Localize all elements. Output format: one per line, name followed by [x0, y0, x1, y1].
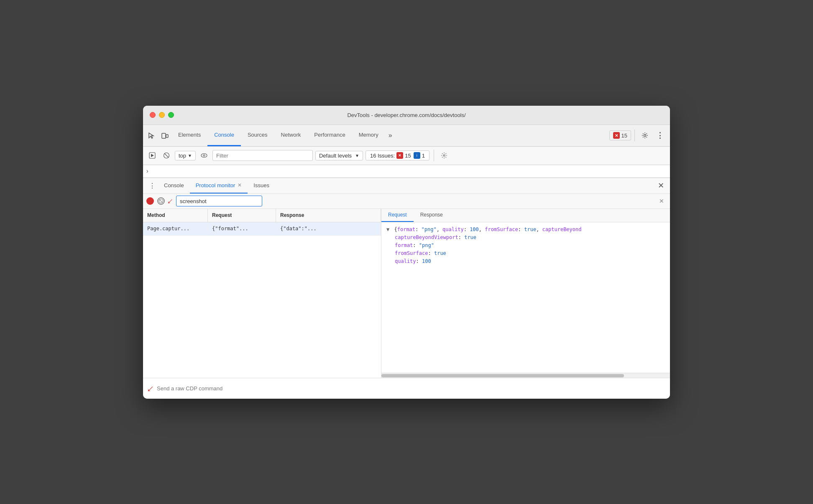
table-row[interactable]: Page.captur... {"format"... {"data":"...: [143, 222, 381, 236]
console-toolbar: top ▼ Default levels ▼ 16 Issues: ✕ 15 i…: [143, 147, 670, 165]
console-input-area[interactable]: ›: [143, 165, 670, 178]
drawer-tab-protocol-monitor[interactable]: Protocol monitor ✕: [190, 178, 248, 193]
settings-icon: [641, 132, 649, 139]
more-options-icon: ⋮: [656, 131, 664, 140]
settings-button[interactable]: [638, 129, 652, 142]
method-col-header: Method: [143, 209, 208, 222]
protocol-monitor-toolbar: ↓ ✕: [143, 194, 670, 209]
protocol-clear-button[interactable]: [157, 197, 165, 205]
context-value: top: [179, 153, 186, 159]
minimize-button[interactable]: [159, 112, 165, 118]
main-tab-bar: Elements Console Sources Network Perform…: [171, 125, 609, 146]
detail-tab-response[interactable]: Response: [414, 209, 450, 222]
drawer-close-icon: ✕: [658, 181, 664, 190]
device-icon: [161, 132, 169, 139]
default-levels-label: Default levels: [319, 153, 352, 159]
bottom-arrow-indicator: ↓: [144, 382, 157, 395]
method-list: Method Request Response Page.captur...: [143, 209, 381, 378]
json-field-format: format: "png": [386, 242, 665, 249]
console-settings-button[interactable]: [438, 150, 450, 161]
cdp-command-input[interactable]: [157, 385, 665, 392]
svg-rect-1: [166, 135, 168, 137]
device-toggle-button[interactable]: [158, 129, 171, 142]
method-table-header: Method Request Response: [143, 209, 381, 222]
devtools-window: DevTools - developer.chrome.com/docs/dev…: [143, 106, 670, 399]
svg-line-11: [159, 199, 163, 203]
close-button[interactable]: [150, 112, 156, 118]
drawer-menu-button[interactable]: ⋮: [146, 180, 158, 191]
search-clear-button[interactable]: ✕: [659, 198, 664, 204]
error-icon: ✕: [613, 132, 620, 139]
detail-tab-bar: Request Response: [381, 209, 670, 222]
filter-input[interactable]: [212, 150, 313, 161]
json-top-line: ▼ {format: "png", quality: 100, fromSurf…: [386, 226, 665, 234]
json-field-captureBeyondViewport: captureBeyondViewport: true: [386, 234, 665, 242]
arrow-indicator: ↓: [166, 196, 175, 206]
detail-panel: Request Response ▼ {format: "png", quali…: [381, 209, 670, 378]
tab-memory[interactable]: Memory: [352, 125, 385, 146]
drawer-close-button[interactable]: ✕: [655, 180, 667, 191]
expand-arrow-icon[interactable]: ▼: [386, 227, 389, 232]
tab-network[interactable]: Network: [274, 125, 308, 146]
error-count-badge[interactable]: ✕ 15: [609, 130, 631, 140]
protocol-monitor-panel: ↓ ✕ Method Request: [143, 194, 670, 399]
cdp-input-area: ↓: [143, 378, 670, 399]
detail-content: ▼ {format: "png", quality: 100, fromSurf…: [381, 222, 670, 373]
issues-error-icon: ✕: [396, 152, 403, 159]
title-bar: DevTools - developer.chrome.com/docs/dev…: [143, 106, 670, 125]
error-count: 15: [621, 132, 627, 139]
response-col-header: Response: [276, 209, 381, 222]
svg-line-6: [164, 153, 169, 158]
tab-elements[interactable]: Elements: [171, 125, 207, 146]
toolbar-right: ✕ 15 ⋮: [609, 129, 668, 142]
issues-error-count: 15: [405, 153, 411, 159]
tab-sources[interactable]: Sources: [241, 125, 274, 146]
inspect-element-button[interactable]: [145, 129, 158, 142]
clear-console-button[interactable]: [161, 150, 172, 161]
more-tabs-button[interactable]: »: [385, 125, 396, 146]
maximize-button[interactable]: [168, 112, 174, 118]
console-settings-icon: [441, 152, 447, 159]
svg-point-7: [201, 154, 207, 158]
run-icon: [149, 152, 156, 159]
horizontal-scrollbar[interactable]: [381, 373, 670, 378]
close-protocol-monitor-tab[interactable]: ✕: [238, 182, 242, 188]
request-col-header: Request: [208, 209, 276, 222]
default-levels-selector[interactable]: Default levels ▼: [315, 151, 363, 160]
search-wrapper: ✕: [176, 196, 667, 206]
issues-info-icon: i: [414, 152, 420, 159]
record-button[interactable]: [146, 197, 154, 205]
run-script-button[interactable]: [146, 150, 158, 161]
devtools-toolbar: Elements Console Sources Network Perform…: [143, 125, 670, 147]
drawer-panel: ⋮ Console Protocol monitor ✕ Issues ✕: [143, 178, 670, 399]
detail-tab-request[interactable]: Request: [381, 209, 414, 222]
eye-icon-button[interactable]: [198, 150, 210, 161]
protocol-search-input[interactable]: [176, 196, 262, 206]
eye-icon: [201, 152, 207, 159]
svg-point-8: [203, 155, 205, 156]
toolbar-divider: [634, 130, 635, 141]
issues-info-count: 1: [422, 153, 425, 159]
svg-point-2: [644, 135, 646, 137]
svg-point-9: [443, 155, 445, 156]
traffic-lights: [150, 112, 174, 118]
svg-marker-4: [151, 154, 154, 157]
context-selector[interactable]: top ▼: [175, 151, 196, 160]
json-field-fromSurface: fromSurface: true: [386, 249, 665, 257]
tab-console[interactable]: Console: [207, 125, 241, 146]
response-cell: {"data":"...: [276, 222, 381, 235]
drawer-menu-icon: ⋮: [149, 182, 156, 190]
drawer-tab-console[interactable]: Console: [158, 178, 190, 193]
window-title: DevTools - developer.chrome.com/docs/dev…: [347, 112, 465, 118]
clear-icon: [163, 152, 170, 159]
svg-rect-0: [162, 133, 166, 138]
issues-label: 16 Issues:: [370, 153, 395, 159]
drawer-tab-issues[interactable]: Issues: [248, 178, 275, 193]
issues-badge[interactable]: 16 Issues: ✕ 15 i 1: [366, 150, 430, 160]
more-options-button[interactable]: ⋮: [653, 129, 667, 142]
drawer-tabbar: ⋮ Console Protocol monitor ✕ Issues ✕: [143, 178, 670, 194]
console-toolbar-divider: [434, 150, 434, 161]
tab-performance[interactable]: Performance: [307, 125, 352, 146]
levels-arrow-icon: ▼: [355, 153, 359, 158]
scrollbar-thumb[interactable]: [381, 374, 624, 377]
